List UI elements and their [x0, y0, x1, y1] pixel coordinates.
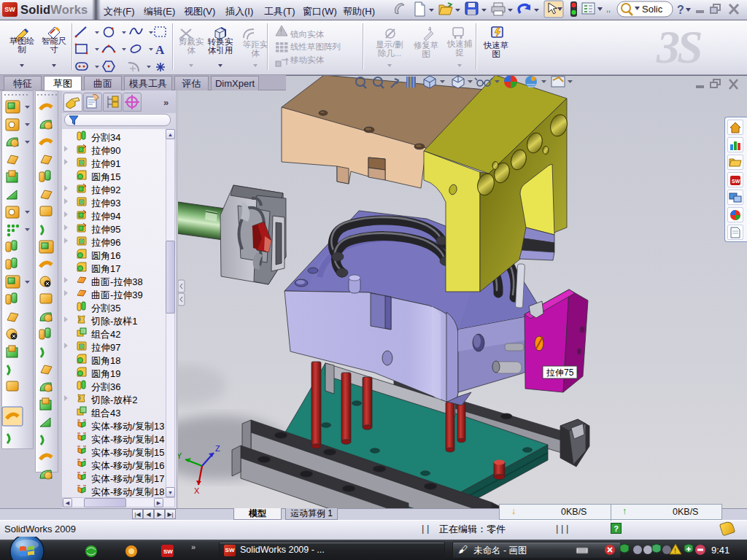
svg-text:»: »: [191, 542, 196, 551]
svg-text:Z: Z: [215, 444, 220, 453]
svg-text:Solic: Solic: [642, 4, 663, 15]
svg-text:X: X: [194, 486, 200, 495]
svg-text:SW: SW: [163, 548, 173, 555]
svg-text:!: !: [674, 547, 676, 554]
svg-text:SW: SW: [732, 179, 740, 184]
svg-text:,,: ,,: [606, 4, 611, 13]
svg-text:A: A: [155, 43, 165, 57]
svg-text:拉伸75: 拉伸75: [546, 368, 574, 378]
svg-text:Y: Y: [178, 451, 182, 460]
svg-text:!: !: [280, 28, 282, 36]
svg-text:?: ?: [677, 4, 684, 16]
